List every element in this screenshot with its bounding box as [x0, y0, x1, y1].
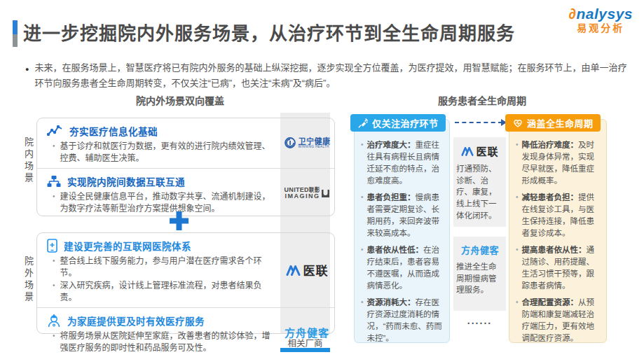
badge-full-lifecycle: 涵盖全生命周期: [505, 114, 601, 132]
pain-point: •治疗难度大：重症往往具有病程长且病情迁延不愈的特点，治愈难度高。: [361, 139, 444, 187]
benefit-point: •减轻患者负担：提供在线复诊工具，与医生保持连接，降低患者复诊成本。: [516, 192, 601, 239]
service-row-title: 建设更完善的互联网医院体系: [64, 239, 191, 253]
group-out-hospital: 建设更完善的互联网医院体系 •整合线上线下服务能力，参与用户潜在医疗需求各个环节…: [36, 232, 335, 334]
medlinker-icon: [286, 265, 301, 276]
service-row-content: 实现院内院间数据互联互通 •建设全民健康信息平台，推动数字共享、流通机制建设，为…: [37, 169, 280, 218]
more-vendors-ellipsis: ......: [453, 315, 506, 326]
service-row: 实现院内院间数据互联互通 •建设全民健康信息平台，推动数字共享、流通机制建设，为…: [37, 169, 334, 218]
service-bullet: •建设全民健康信息平台，推动数字共享、流通机制建设，为数字疗法等新型治疗方案提供…: [53, 191, 277, 216]
vertical-label-in-hospital: 院内场景: [22, 137, 35, 185]
medlinker-logo: 医联: [456, 144, 504, 158]
service-row-title: 为家庭提供更及时有效医疗服务: [67, 314, 205, 328]
analysys-logo-cn: 易观分析: [569, 22, 633, 34]
service-row-title: 夯实医疗信息化基础: [69, 124, 158, 138]
mid-vendor-block-medlinker: 医联 打通预防、诊断、治疗、康复，线上线下一体化闭环。: [453, 137, 506, 227]
service-row-content: 夯实医疗信息化基础 •基于诊疗和就医行为数据，更有效的进行院内绩效管理、控费、辅…: [37, 118, 280, 168]
plus-icon: [170, 211, 189, 230]
intro-bullet-marker: ●: [25, 64, 29, 91]
card-full-lifecycle: •降低治疗难度：及时发现身体异常，实现尽早就医，降低重症形成概率。 •减轻患者负…: [509, 119, 607, 343]
winning-health-icon: [284, 136, 296, 149]
org-network-icon: [47, 175, 61, 188]
vertical-label-out-hospital: 院外场景: [22, 256, 35, 304]
pain-point: •患者依从性低：在治疗结束后，患者容易不遵医嘱，从而造成病情恶化。: [361, 244, 444, 292]
united-imaging-icon: [322, 190, 329, 197]
syringe-icon: [357, 118, 369, 129]
mid-vendor-text: 推进全生命周期慢病管理服务。: [456, 261, 504, 296]
right-section-title: 服务患者全生命周期: [356, 93, 608, 107]
phone-cross-icon: [47, 239, 57, 253]
badge-treatment-only: 仅关注治疗环节: [350, 114, 446, 132]
dashed-arrow-icon: [455, 122, 502, 123]
service-row-content: 建设更完善的互联网医院体系 •整合线上线下服务能力，参与用户潜在医疗需求各个环节…: [37, 233, 280, 307]
trend-chart-icon: [47, 125, 63, 137]
group-in-hospital: 夯实医疗信息化基础 •基于诊疗和就医行为数据，更有效的进行院内绩效管理、控费、辅…: [36, 118, 335, 216]
mid-vendor-text: 打通预防、诊断、治疗、康复，线上线下一体化闭环。: [456, 163, 504, 221]
service-bullet: •深入研究疾病，设计线上管理标准流程，对患者结果负责。: [53, 280, 277, 304]
heart-pulse-icon: [512, 118, 523, 128]
fangzhou-logo: 方舟健客: [456, 243, 504, 256]
service-bullet: •将服务场景从医院延伸至家庭，改善患者的就诊体验，增强医疗服务的即时性和药品服务…: [53, 330, 277, 355]
pain-point: •患者负担重：慢病患者需要定期复诊、长期用药，来回奔波带来较高成本。: [361, 192, 444, 239]
service-bullet: •基于诊疗和就医行为数据，更有效的进行院内绩效管理、控费、辅助医生决策。: [53, 141, 277, 165]
service-bullet: •整合线上线下服务能力，参与用户潜在医疗需求各个环节。: [53, 255, 277, 280]
analysys-logo-en: ∂nalysys: [569, 6, 633, 22]
intro-paragraph: ● 未来，在服务场景上，智慧医疗将已有院内外服务的基础上纵深挖掘，逐步实现全方位…: [25, 60, 629, 91]
vendor-strip-underline: [280, 348, 330, 352]
pain-point: •资源消耗大：存在医疗资源过度消耗的情况，“药而未愈、药而未控”。: [361, 297, 444, 343]
vendor-logo-medlinker: 医联: [280, 233, 334, 307]
title-accent-bar: [13, 20, 18, 47]
card-treatment-only: •治疗难度大：重症往往具有病程长且病情迁延不愈的特点，治愈难度高。 •患者负担重…: [354, 119, 450, 343]
medlinker-icon: [461, 146, 474, 156]
benefit-point: •合理配置资源：从预防端和康复端减轻治疗端压力，更有效地调配医疗资源。: [516, 297, 601, 343]
analysys-swirl-icon: ∂: [569, 6, 577, 22]
intro-text: 未来，在服务场景上，智慧医疗将已有院内外服务的基础上纵深挖掘，逐步实现全方位覆盖…: [34, 60, 629, 91]
service-row-content: 为家庭提供更及时有效医疗服务 •将服务场景从医院延伸至家庭，改善患者的就诊体验，…: [37, 308, 280, 357]
mid-vendor-block-fangzhou: 方舟健客 推进全生命周期慢病管理服务。: [453, 237, 506, 311]
vendor-logo-winning-health: 卫宁健康 WINNING HEALTH: [280, 118, 334, 168]
service-row: 建设更完善的互联网医院体系 •整合线上线下服务能力，参与用户潜在医疗需求各个环节…: [37, 233, 334, 308]
service-row-title: 实现院内院间数据互联互通: [67, 174, 185, 188]
benefit-point: •提高患者依从性：通过随诊、用药提醒、生活习惯干预等，跟踪患者病情。: [516, 244, 601, 292]
left-section-title: 院内外场景双向覆盖: [29, 93, 331, 107]
page-title: 进一步挖掘院内外服务场景，从治疗环节到全生命周期服务: [23, 19, 515, 45]
doctor-icon: [47, 314, 61, 328]
analysys-logo: ∂nalysys 易观分析: [569, 6, 633, 34]
service-row: 夯实医疗信息化基础 •基于诊疗和就医行为数据，更有效的进行院内绩效管理、控费、辅…: [37, 118, 334, 169]
benefit-point: •降低治疗难度：及时发现身体异常，实现尽早就医，降低重症形成概率。: [516, 139, 601, 187]
vendor-logo-united-imaging: UNITED联影 IMAGING: [280, 169, 334, 218]
